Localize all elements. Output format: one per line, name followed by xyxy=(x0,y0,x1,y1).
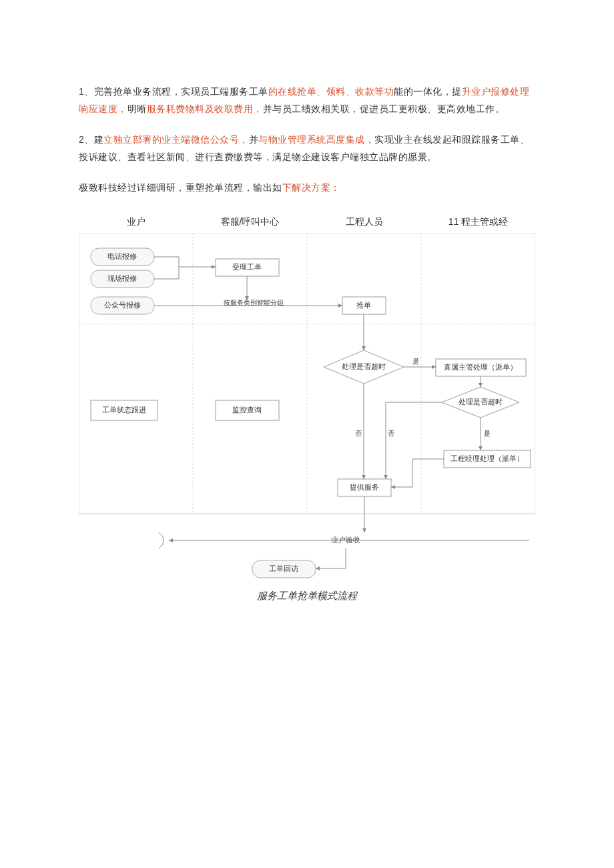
svg-text:工单状态跟进: 工单状态跟进 xyxy=(102,406,146,414)
svg-text:业户验收: 业户验收 xyxy=(331,536,360,544)
node-track-status: 工单状态跟进 xyxy=(91,400,158,420)
svg-text:电话报修: 电话报修 xyxy=(107,252,137,260)
node-grab-order: 抢单 xyxy=(342,297,386,314)
node-phone-report: 电话报修 xyxy=(91,248,154,266)
highlight: 的在线抢单、领料、收款等功 xyxy=(268,86,394,97)
decision-timeout-2: 处理是否超时 xyxy=(442,387,519,418)
svg-text:处理是否超时: 处理是否超时 xyxy=(458,398,503,406)
svg-text:直属主管处理（派单）: 直属主管处理（派单） xyxy=(444,363,517,371)
paragraph-2: 2、建立独立部署的业主端微信公众号，并与物业管理系统高度集成，实现业主在线发起和… xyxy=(79,131,535,165)
swimlane-headers: 业户 客服/呼叫中心 工程人员 11 程主管或经 xyxy=(79,216,535,228)
svg-text:工单回访: 工单回访 xyxy=(269,564,298,572)
svg-text:现场报修: 现场报修 xyxy=(107,274,137,282)
svg-text:否: 否 xyxy=(355,430,362,437)
highlight: 下解决方案： xyxy=(282,182,340,193)
lane-service-center: 客服/呼叫中心 xyxy=(193,216,307,228)
svg-text:提供服务: 提供服务 xyxy=(350,483,379,491)
svg-text:工程经理处理（派单）: 工程经理处理（派单） xyxy=(450,454,524,462)
node-accept-order: 受理工单 xyxy=(216,259,279,276)
document-page: 1、完善抢单业务流程，实现员工端服务工单的在线抢单、领料、收款等功能的一体化，提… xyxy=(0,0,614,868)
flowchart-diagram: 电话报修 现场报修 公众号报修 受理工单 抢单 xyxy=(79,234,535,587)
diagram-caption: 服务工单抢单模式流程 xyxy=(79,590,535,602)
highlight: 与物业管理系统高度集成， xyxy=(258,134,374,145)
flowchart-svg-wrap: 电话报修 现场报修 公众号报修 受理工单 抢单 xyxy=(79,234,535,587)
paragraph-1: 1、完善抢单业务流程，实现员工端服务工单的在线抢单、领料、收款等功能的一体化，提… xyxy=(79,83,535,117)
flowchart-container: 业户 客服/呼叫中心 工程人员 11 程主管或经 电话报修 xyxy=(79,216,535,602)
decision-timeout-1: 处理是否超时 xyxy=(324,350,404,384)
lane-supervisor: 11 程主管或经 xyxy=(421,216,535,228)
node-provide-service: 提供服务 xyxy=(338,479,391,496)
highlight: 服务耗费物料及收取费用， xyxy=(147,103,263,114)
svg-text:是: 是 xyxy=(412,358,419,365)
svg-text:处理是否超时: 处理是否超时 xyxy=(342,362,386,370)
svg-text:公众号报修: 公众号报修 xyxy=(104,301,141,309)
paragraph-3: 极致科技经过详细调研，重塑抢单流程，输出如下解决方案： xyxy=(79,179,535,196)
node-site-report: 现场报修 xyxy=(91,270,154,288)
svg-text:是: 是 xyxy=(484,430,491,437)
node-manager-dispatch: 工程经理处理（派单） xyxy=(444,450,531,468)
svg-text:按服务类别智能分组: 按服务类别智能分组 xyxy=(224,299,284,306)
node-monitor-query: 监控查询 xyxy=(216,400,279,420)
node-wechat-report: 公众号报修 xyxy=(91,297,154,314)
svg-text:抢单: 抢单 xyxy=(356,301,371,309)
highlight: 立独立部署的业主端微信公众号， xyxy=(103,134,249,145)
node-return-visit: 工单回访 xyxy=(252,560,316,578)
svg-text:监控查询: 监控查询 xyxy=(232,406,262,414)
svg-text:否: 否 xyxy=(388,430,394,437)
svg-text:受理工单: 受理工单 xyxy=(232,263,262,271)
lane-customer: 业户 xyxy=(79,216,193,228)
lane-engineer: 工程人员 xyxy=(307,216,421,228)
node-supervisor-dispatch: 直属主管处理（派单） xyxy=(436,359,526,376)
